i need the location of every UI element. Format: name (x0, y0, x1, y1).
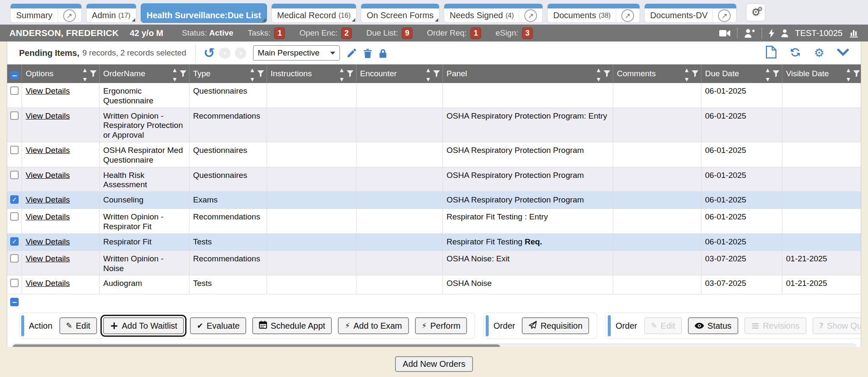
row-checkbox[interactable] (10, 171, 19, 179)
row-checkbox[interactable] (10, 212, 19, 221)
filter-funnel-icon[interactable] (347, 70, 353, 77)
tab-on-screen-forms[interactable]: On Screen Forms (361, 3, 440, 23)
row-checkbox[interactable] (10, 146, 19, 154)
add-to-waitlist-button[interactable]: Add To Waitlist (103, 317, 184, 334)
visible-date-cell: 01-21-2025 (782, 250, 861, 275)
view-details-link[interactable]: View Details (26, 279, 70, 288)
view-details-link[interactable]: View Details (26, 146, 70, 155)
sort-icon[interactable] (340, 64, 343, 83)
tab-documents-dv[interactable]: Documents-DV (644, 3, 737, 23)
sort-icon[interactable] (173, 64, 176, 83)
order-name-cell: OSHA Respirator Med Questionnaire (99, 142, 189, 167)
pencil-icon[interactable] (347, 48, 356, 58)
tab-documents[interactable]: Documents(38) (547, 3, 640, 23)
horizontal-scrollbar[interactable] (11, 344, 857, 347)
lock-icon[interactable] (379, 48, 387, 58)
filter-funnel-icon[interactable] (180, 70, 186, 77)
person-icon[interactable] (781, 29, 788, 37)
order-req-badge[interactable]: 1 (470, 28, 481, 39)
video-camera-icon[interactable] (719, 30, 730, 37)
view-details-link[interactable]: View Details (26, 212, 70, 221)
select-all-checkbox[interactable] (10, 71, 19, 80)
tab-summary[interactable]: Summary (10, 3, 82, 23)
sort-icon[interactable] (766, 64, 769, 83)
popout-arrow-icon[interactable] (524, 9, 537, 22)
row-checkbox[interactable] (10, 254, 19, 263)
row-checkbox[interactable] (10, 86, 19, 95)
user-id[interactable]: TEST-10025 (795, 28, 843, 38)
tab-label: Admin (92, 11, 116, 20)
new-document-icon[interactable] (766, 46, 776, 60)
lightning-icon[interactable] (769, 29, 774, 38)
view-details-link[interactable]: View Details (26, 171, 70, 180)
gear-icon[interactable] (814, 47, 824, 59)
revisions-button[interactable]: Revisions (744, 317, 807, 334)
view-details-link[interactable]: View Details (26, 86, 70, 95)
trash-icon[interactable] (363, 48, 372, 58)
view-details-link[interactable]: View Details (26, 237, 70, 246)
instructions-cell (267, 233, 356, 250)
order-name-cell: Written Opinion - Respiratory Protection… (99, 108, 189, 142)
tab-health-surveillance-due-list[interactable]: Health Surveillance:Due List (141, 3, 267, 23)
sort-icon[interactable] (597, 64, 600, 83)
tasks-badge[interactable]: 1 (274, 28, 285, 39)
filter-funnel-icon[interactable] (90, 70, 97, 77)
tab-medical-record[interactable]: Medical Record(16) (271, 3, 356, 23)
pencil-icon (651, 322, 657, 330)
view-details-link[interactable]: View Details (26, 111, 70, 120)
schedule-appt-button[interactable]: Schedule Appt (252, 317, 332, 334)
row-checkbox[interactable] (10, 111, 19, 120)
status-label: Status: (182, 28, 207, 37)
filter-funnel-icon[interactable] (773, 70, 779, 77)
row-checkbox[interactable] (10, 195, 19, 204)
row-checkbox[interactable] (10, 237, 19, 246)
undo-icon[interactable] (203, 46, 215, 60)
esign-badge[interactable]: 3 (522, 28, 533, 39)
tab-menu-fold-icon[interactable] (262, 18, 266, 22)
add-to-exam-button[interactable]: Add to Exam (338, 317, 409, 334)
show-question-button[interactable]: Show Question (812, 317, 861, 334)
refresh-icon[interactable] (789, 47, 801, 60)
view-details-link[interactable]: View Details (26, 195, 70, 204)
due-list-badge[interactable]: 9 (402, 28, 412, 39)
order-name-cell: Written Opinion - Respirator Fit (99, 209, 189, 234)
filter-funnel-icon[interactable] (692, 70, 698, 77)
open-enc-badge[interactable]: 2 (341, 28, 352, 39)
popout-arrow-icon[interactable] (718, 9, 731, 22)
tab-admin[interactable]: Admin(17) (86, 3, 136, 23)
scrollbar-thumb[interactable] (13, 344, 500, 347)
filter-funnel-icon[interactable] (433, 70, 440, 77)
previous-icon[interactable] (219, 47, 231, 59)
filter-funnel-icon[interactable] (257, 70, 264, 77)
status-button[interactable]: Status (688, 317, 738, 334)
filter-funnel-icon[interactable] (853, 70, 860, 77)
tab-needs-signed[interactable]: Needs Signed(4) (444, 3, 543, 23)
bar-chart-icon[interactable] (849, 28, 859, 38)
perform-button[interactable]: Perform (415, 317, 467, 334)
sort-icon[interactable] (847, 64, 850, 83)
sort-icon[interactable] (83, 64, 86, 83)
view-details-link[interactable]: View Details (26, 254, 70, 263)
next-icon[interactable] (235, 47, 246, 59)
tab-settings-button[interactable] (746, 3, 765, 21)
requisition-button[interactable]: Requisition (522, 317, 589, 334)
tab-menu-fold-icon[interactable] (435, 18, 438, 22)
perspective-select[interactable]: Main Perspective (253, 45, 340, 61)
evaluate-button[interactable]: Evaluate (190, 317, 246, 334)
edit-order-button[interactable]: Edit (644, 317, 682, 334)
edit-button[interactable]: Edit (59, 317, 97, 334)
filter-funnel-icon[interactable] (604, 70, 610, 77)
chevron-down-icon[interactable] (837, 49, 849, 58)
sort-icon[interactable] (250, 64, 254, 83)
tab-menu-fold-icon[interactable] (132, 18, 135, 22)
tab-menu-fold-icon[interactable] (352, 18, 355, 22)
sort-icon[interactable] (685, 64, 688, 83)
add-person-icon[interactable] (744, 29, 755, 38)
row-checkbox[interactable] (10, 279, 19, 287)
type-cell: Recommendations (189, 209, 267, 234)
deselect-all-checkbox[interactable] (10, 298, 19, 306)
add-new-orders-button[interactable]: Add New Orders (395, 356, 473, 372)
sort-icon[interactable] (426, 64, 430, 83)
popout-arrow-icon[interactable] (621, 9, 634, 22)
popout-arrow-icon[interactable] (63, 9, 76, 22)
